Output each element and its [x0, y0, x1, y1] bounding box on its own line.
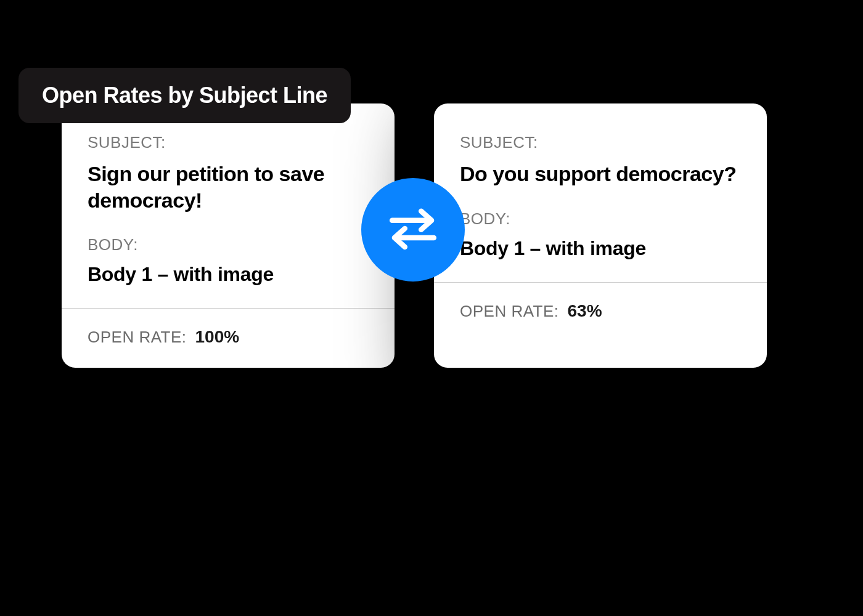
section-title: Open Rates by Subject Line	[42, 83, 327, 108]
swap-arrows-icon	[384, 199, 442, 259]
subject-value: Sign our petition to save democracy!	[88, 161, 369, 213]
card-body: SUBJECT: Sign our petition to save democ…	[62, 103, 395, 308]
card-footer: OPEN RATE: 100%	[62, 308, 395, 368]
comparison-container: Open Rates by Subject Line SUBJECT: Sign…	[18, 68, 808, 368]
body-value: Body 1 – with image	[88, 263, 369, 286]
open-rate-value: 100%	[195, 327, 240, 347]
card-body: SUBJECT: Do you support democracy? BODY:…	[434, 103, 767, 282]
subject-label: SUBJECT:	[460, 133, 741, 152]
subject-value: Do you support democracy?	[460, 161, 741, 187]
cards-row: SUBJECT: Sign our petition to save democ…	[18, 103, 808, 368]
open-rate-value: 63%	[568, 301, 602, 321]
subject-label: SUBJECT:	[88, 133, 369, 152]
swap-badge	[361, 177, 465, 281]
body-label: BODY:	[460, 209, 741, 229]
body-label: BODY:	[88, 235, 369, 254]
open-rate-label: OPEN RATE:	[88, 328, 187, 347]
section-title-pill: Open Rates by Subject Line	[18, 68, 351, 123]
body-value: Body 1 – with image	[460, 237, 741, 260]
open-rate-label: OPEN RATE:	[460, 302, 559, 321]
variant-card-a: SUBJECT: Sign our petition to save democ…	[62, 103, 395, 368]
variant-card-b: SUBJECT: Do you support democracy? BODY:…	[434, 103, 767, 368]
card-footer: OPEN RATE: 63%	[434, 282, 767, 342]
